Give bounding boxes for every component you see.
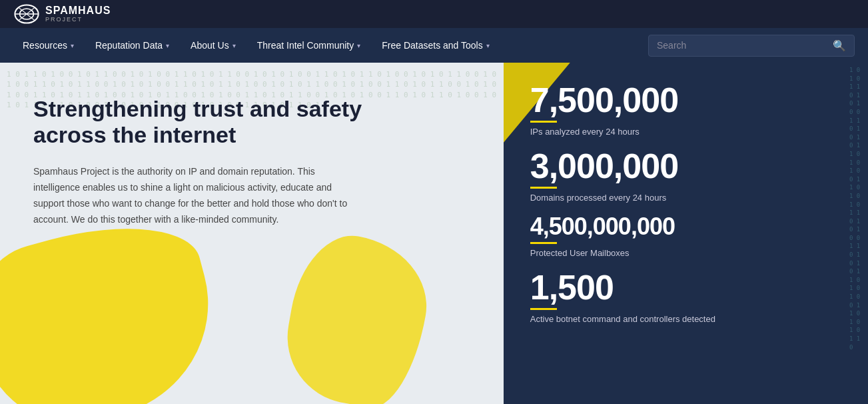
- stat-item-3: 4,500,000,000 Protected User Mailboxes: [530, 215, 841, 258]
- nav-item-threat-intel[interactable]: Threat Intel Community ▾: [248, 35, 370, 56]
- stat-underline-3: [530, 242, 557, 244]
- nav-links: Resources ▾ Reputation Data ▾ About Us ▾…: [13, 35, 499, 56]
- stat-item-2: 3,000,000 Domains processed every 24 hou…: [530, 149, 841, 203]
- logo-subname: PROJECT: [45, 16, 111, 23]
- search-icon[interactable]: 🔍: [833, 39, 846, 52]
- hero-title: Strengthening trust and safety across th…: [33, 96, 366, 148]
- stat-underline-2: [530, 187, 557, 189]
- hero-description: Spamhaus Project is the authority on IP …: [33, 164, 353, 227]
- nav-item-resources[interactable]: Resources ▾: [13, 35, 83, 56]
- stat-number-3: 4,500,000,000: [530, 215, 841, 239]
- stat-number-1: 7,500,000: [530, 83, 841, 117]
- stats-panel: 7,500,000 IPs analyzed every 24 hours 3,…: [530, 83, 841, 324]
- nav-item-reputation[interactable]: Reputation Data ▾: [86, 35, 179, 56]
- chevron-down-icon: ▾: [232, 42, 236, 49]
- navbar: Resources ▾ Reputation Data ▾ About Us ▾…: [0, 28, 868, 63]
- stat-number-4: 1,500: [530, 270, 841, 305]
- stat-label-4: Active botnet command and controllers de…: [530, 314, 841, 324]
- hero-section: 1 0 1 1 0 1 0 0 1 0 1 1 0 0 1 0 1 0 0 1 …: [0, 63, 868, 404]
- logo-icon: [13, 3, 40, 25]
- hero-content: Strengthening trust and safety across th…: [33, 96, 470, 227]
- nav-item-about[interactable]: About Us ▾: [181, 35, 245, 56]
- hero-right: 1 0 1 0 1 1 0 1 0 1 0 0 1 1 0 1 0 1 0 1 …: [504, 63, 868, 404]
- stat-underline-4: [530, 308, 557, 310]
- logo-name: SPAMHAUS: [45, 5, 111, 16]
- hero-left: 1 0 1 1 0 1 0 0 1 0 1 1 0 0 1 0 1 0 0 1 …: [0, 63, 504, 404]
- chevron-down-icon: ▾: [357, 42, 360, 49]
- topbar: SPAMHAUS PROJECT: [0, 0, 868, 28]
- chevron-down-icon: ▾: [486, 42, 490, 49]
- right-binary-pattern: 1 0 1 0 1 1 0 1 0 1 0 0 1 1 0 1 0 1 0 1 …: [848, 63, 868, 404]
- stat-label-1: IPs analyzed every 24 hours: [530, 127, 841, 137]
- chevron-down-icon: ▾: [166, 42, 169, 49]
- chevron-down-icon: ▾: [71, 42, 74, 49]
- stat-number-2: 3,000,000: [530, 149, 841, 183]
- stat-label-3: Protected User Mailboxes: [530, 248, 841, 258]
- stat-item-4: 1,500 Active botnet command and controll…: [530, 270, 841, 324]
- stat-item-1: 7,500,000 IPs analyzed every 24 hours: [530, 83, 841, 137]
- nav-item-free-datasets[interactable]: Free Datasets and Tools ▾: [372, 35, 499, 56]
- search-box[interactable]: 🔍: [648, 35, 855, 57]
- stat-underline-1: [530, 121, 557, 123]
- logo[interactable]: SPAMHAUS PROJECT: [13, 3, 111, 25]
- search-input[interactable]: [657, 40, 827, 51]
- stat-label-2: Domains processed every 24 hours: [530, 193, 841, 203]
